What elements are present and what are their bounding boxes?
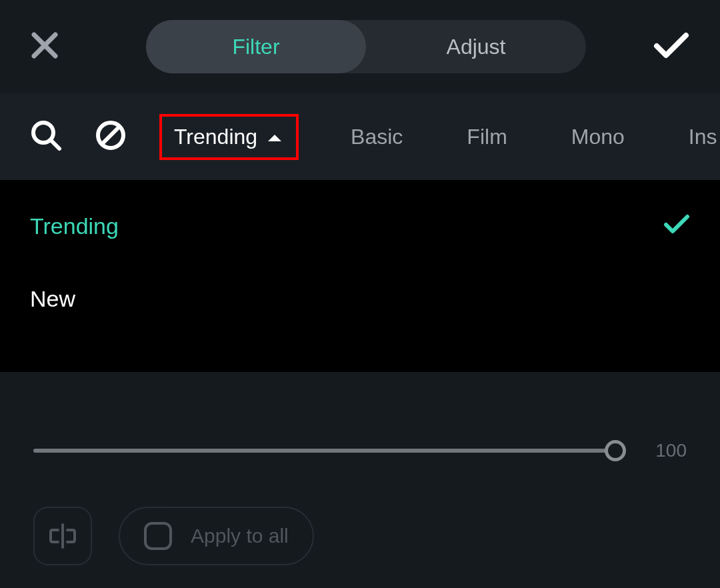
filter-tab[interactable]: Filter: [146, 20, 366, 73]
category-mono[interactable]: Mono: [559, 117, 637, 157]
filter-tab-label: Filter: [232, 35, 279, 59]
category-basic-label: Basic: [351, 125, 403, 149]
apply-to-all-button[interactable]: Apply to all: [119, 507, 314, 565]
close-icon: [30, 31, 59, 60]
dropdown-item-new[interactable]: New: [30, 273, 690, 325]
dropdown-new-label: New: [30, 286, 75, 312]
apply-all-label: Apply to all: [191, 525, 289, 547]
slider-thumb[interactable]: [605, 440, 626, 461]
adjust-tab[interactable]: Adjust: [366, 20, 586, 73]
checkmark-icon: [663, 213, 690, 239]
category-mono-label: Mono: [571, 125, 625, 149]
category-ins-label: Ins: [689, 125, 717, 149]
intensity-slider-row: 100: [0, 440, 720, 461]
none-filter-button[interactable]: [95, 120, 126, 153]
dropdown-item-trending[interactable]: Trending: [30, 200, 690, 253]
caret-up-icon: [265, 125, 284, 149]
category-trending-label: Trending: [174, 125, 257, 149]
compare-button[interactable]: [33, 507, 92, 565]
compare-icon: [49, 522, 77, 550]
sort-dropdown: Trending New: [0, 180, 720, 372]
search-button[interactable]: [30, 119, 62, 154]
adjust-tab-label: Adjust: [447, 35, 506, 59]
category-basic[interactable]: Basic: [339, 117, 415, 157]
checkbox-icon: [144, 522, 172, 550]
filter-adjust-segment: Filter Adjust: [146, 20, 586, 73]
category-film[interactable]: Film: [455, 117, 519, 157]
bottom-controls: Apply to all: [0, 507, 720, 565]
dropdown-trending-label: Trending: [30, 213, 119, 239]
prohibit-icon: [95, 120, 126, 151]
checkmark-icon: [653, 31, 690, 59]
intensity-slider[interactable]: [33, 449, 615, 453]
category-film-label: Film: [467, 125, 507, 149]
search-icon: [30, 119, 62, 151]
category-ins[interactable]: Ins: [677, 117, 720, 157]
category-list: Trending Basic Film Mono Ins Scenery: [159, 114, 720, 160]
close-button[interactable]: [30, 31, 59, 63]
slider-value: 100: [655, 440, 687, 461]
confirm-button[interactable]: [653, 31, 690, 62]
category-trending[interactable]: Trending: [159, 114, 299, 160]
